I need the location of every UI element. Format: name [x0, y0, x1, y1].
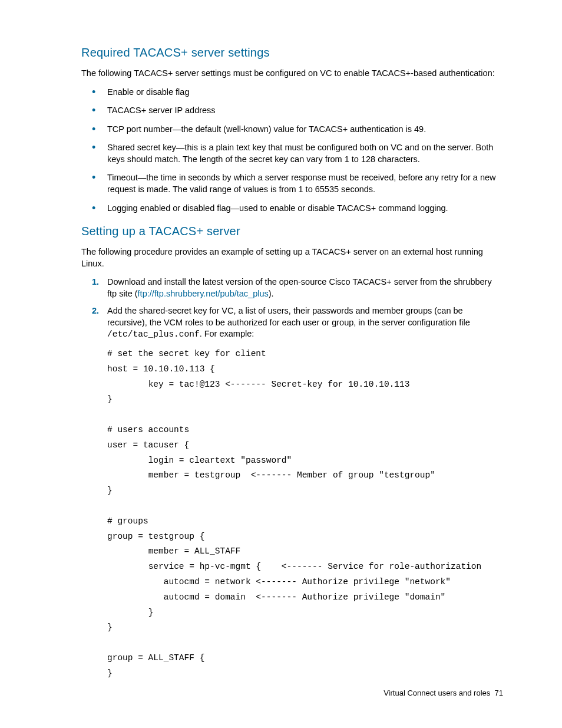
section1-bullet-list: Enable or disable flag TACACS+ server IP…: [81, 87, 503, 215]
bullet-item: Shared secret key—this is a plain text k…: [81, 142, 503, 165]
step2-post-text: . For example:: [200, 329, 254, 338]
section1-intro: The following TACACS+ server settings mu…: [81, 68, 503, 80]
section-heading-required: Required TACACS+ server settings: [81, 46, 503, 60]
page-footer: Virtual Connect users and roles 71: [384, 689, 503, 697]
section2-intro: The following procedure provides an exam…: [81, 246, 503, 269]
code-block: # set the secret key for client host = 1…: [107, 347, 503, 681]
config-file-path: /etc/tac_plus.conf: [107, 330, 200, 339]
step1-post-text: ).: [269, 289, 274, 298]
step2-pre-text: Add the shared-secret key for VC, a list…: [107, 306, 470, 327]
bullet-item: Timeout—the time in seconds by which a s…: [81, 172, 503, 195]
page-number: 71: [495, 689, 503, 697]
section-heading-setting-up: Setting up a TACACS+ server: [81, 225, 503, 238]
ftp-link[interactable]: ftp://ftp.shrubbery.net/pub/tac_plus: [138, 289, 269, 298]
bullet-item: Logging enabled or disabled flag—used to…: [81, 203, 503, 215]
step-1: Download and install the latest version …: [81, 276, 503, 299]
step-2: Add the shared-secret key for VC, a list…: [81, 305, 503, 341]
bullet-item: TACACS+ server IP address: [81, 105, 503, 117]
section2-numbered-list: Download and install the latest version …: [81, 276, 503, 341]
bullet-item: TCP port number—the default (well-known)…: [81, 124, 503, 136]
footer-text: Virtual Connect users and roles: [384, 689, 490, 697]
bullet-item: Enable or disable flag: [81, 87, 503, 98]
